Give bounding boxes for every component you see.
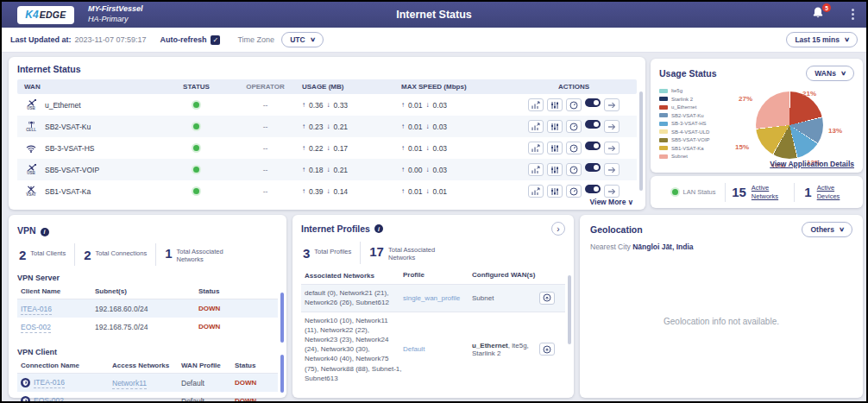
vpn-server-row: ITEA-016 192.168.60.0/24 DOWN <box>17 299 278 318</box>
vpn-client-name-link[interactable]: EOS-002 <box>21 323 51 333</box>
legend-item: u_Ethernet <box>659 104 730 110</box>
wan-enable-toggle[interactable] <box>585 163 601 172</box>
internet-status-header-row: WAN STATUS OPERATOR USAGE (MB) MAX SPEED… <box>17 79 637 94</box>
vpn-client-scrollbar[interactable] <box>280 355 284 393</box>
wan-config-button[interactable] <box>547 142 563 154</box>
usb-wan-icon: USB <box>24 99 38 110</box>
run-speedtest-button[interactable] <box>539 292 555 305</box>
active-devices-count: 1 <box>804 185 811 199</box>
upload-arrow-icon: ↑ <box>401 187 405 195</box>
upload-arrow-icon: ↑ <box>401 101 405 109</box>
wan-usage-chart-button[interactable] <box>528 163 544 176</box>
vpn-server-scrollbar[interactable] <box>280 293 284 343</box>
active-networks-count: 15 <box>732 185 746 199</box>
wan-config-button[interactable] <box>547 163 563 176</box>
profiles-scrollbar[interactable] <box>568 275 571 344</box>
wan-usage-chart-button[interactable] <box>528 98 544 111</box>
auto-refresh-checkbox[interactable]: ✓ <box>211 35 220 45</box>
last-updated-value: 2023-11-07 07:59:17 <box>75 35 147 44</box>
run-speedtest-button[interactable] <box>539 343 555 356</box>
vpn-client-row: ITEA-016 Network11 Default DOWN <box>17 374 278 392</box>
shield-icon <box>21 378 30 387</box>
vessel-selector[interactable]: MY-FirstVessel HA-Primary <box>88 4 143 24</box>
access-network-link[interactable]: Network11 <box>112 379 147 389</box>
wan-details-button[interactable] <box>604 120 620 133</box>
status-online-dot <box>193 123 199 129</box>
internet-profiles-panel: Internet Profiles i › 3Total Profiles 17… <box>292 215 574 398</box>
geolocation-empty-message: Geolocation info not available. <box>580 317 863 326</box>
notification-count-badge: 5 <box>822 3 831 12</box>
wan-enable-toggle[interactable] <box>585 120 601 129</box>
wan-usage-chart-button[interactable] <box>528 142 544 154</box>
wan-enable-toggle[interactable] <box>585 98 601 107</box>
wan-details-button[interactable] <box>604 98 620 111</box>
vpn-connection-name-link[interactable]: ITEA-016 <box>34 378 65 388</box>
wan-speedtest-button[interactable] <box>566 185 582 198</box>
active-devices-link[interactable]: Active Devices <box>817 184 853 200</box>
wan-enable-toggle[interactable] <box>585 142 601 150</box>
auto-refresh-label: Auto-refresh <box>160 35 206 44</box>
profile-row: default (0), Network21 (21), Network26 (… <box>301 285 565 312</box>
time-zone-dropdown[interactable]: UTC ∨ <box>281 32 324 47</box>
legend-item: Subnet <box>659 154 730 159</box>
wan-speedtest-button[interactable] <box>566 142 582 154</box>
time-range-dropdown[interactable]: Last 15 mins ∨ <box>786 32 858 47</box>
notifications-bell-icon[interactable]: 5 <box>811 6 828 23</box>
wan-name: SB2-VSAT-Ku <box>45 123 91 131</box>
wan-speedtest-button[interactable] <box>566 163 582 176</box>
logo-k4-text: K4 <box>25 9 38 21</box>
wan-details-button[interactable] <box>604 163 620 176</box>
wan-details-button[interactable] <box>604 142 620 154</box>
wan-speedtest-button[interactable] <box>566 98 582 111</box>
expand-panel-button[interactable]: › <box>551 222 565 236</box>
wan-config-button[interactable] <box>547 185 563 198</box>
vpn-status: DOWN <box>198 323 259 331</box>
view-application-details-link[interactable]: View Application Details <box>770 160 854 168</box>
wan-operator: -- <box>229 187 302 196</box>
geolocation-filter-dropdown[interactable]: Others ∨ <box>802 222 852 237</box>
shield-icon <box>21 396 30 403</box>
profiles-header: Associated Networks Profile Configured W… <box>301 271 565 285</box>
info-icon[interactable]: i <box>374 224 383 233</box>
wan-usage-chart-button[interactable] <box>528 120 544 133</box>
usage-pie-chart[interactable] <box>756 91 823 159</box>
nearest-city-label: Nearest City <box>590 242 631 251</box>
pie-legend: lte5g Starlink 2 u_Ethernet SB2-VSAT-Ku … <box>659 88 730 167</box>
vpn-server-title: VPN Server <box>17 274 278 282</box>
usage-filter-dropdown[interactable]: WANs ∨ <box>806 66 854 81</box>
wan-operator: -- <box>229 101 302 110</box>
vpn-connection-name-link[interactable]: EOS-002 <box>34 396 64 403</box>
wan-config-button[interactable] <box>547 98 563 111</box>
col-operator: OPERATOR <box>229 83 302 91</box>
upload-arrow-icon: ↑ <box>401 144 405 152</box>
download-arrow-icon: ↓ <box>327 187 330 195</box>
wan-speedtest-button[interactable] <box>566 120 582 133</box>
table-scrollbar[interactable] <box>639 91 643 191</box>
vpn-server-header: Client Name Subnet(s) Status <box>17 287 278 299</box>
vpn-status: DOWN <box>235 397 273 403</box>
active-networks-link[interactable]: Active Networks <box>752 184 788 200</box>
lan-status-card: LAN Status 15 Active Networks 1 Active D… <box>651 176 863 208</box>
upload-arrow-icon: ↑ <box>401 123 405 130</box>
time-zone-label: Time Zone <box>237 35 274 44</box>
profile-link[interactable]: single_wan_profile <box>403 294 460 302</box>
top-bar: K4 EDGE MY-FirstVessel HA-Primary Intern… <box>2 2 866 28</box>
chevron-down-icon: ∨ <box>310 36 316 43</box>
download-arrow-icon: ↓ <box>426 166 430 173</box>
wan-row: USB u_Ethernet -- ↑0.36↓0.33 ↑0.01↓0.03 <box>17 94 637 116</box>
wan-details-button[interactable] <box>604 185 620 198</box>
overflow-menu-icon[interactable] <box>851 9 854 22</box>
chevron-down-icon: ∨ <box>840 70 846 77</box>
upload-arrow-icon: ↑ <box>302 144 305 152</box>
wan-usage-chart-button[interactable] <box>528 185 544 198</box>
vpn-client-name-link[interactable]: ITEA-016 <box>21 305 52 315</box>
chevron-down-icon: ∨ <box>839 226 845 233</box>
view-more-link[interactable]: View More ∨ <box>590 198 634 206</box>
internet-status-panel: Internet Status WAN STATUS OPERATOR USAG… <box>9 57 645 210</box>
profile-link[interactable]: Default <box>403 345 425 353</box>
wan-config-button[interactable] <box>547 120 563 133</box>
wan-name: u_Ethernet <box>45 101 81 110</box>
vpn-client-row: EOS-002 ---- Default DOWN <box>17 392 278 403</box>
wan-enable-toggle[interactable] <box>585 185 601 193</box>
info-icon[interactable]: i <box>41 228 49 236</box>
